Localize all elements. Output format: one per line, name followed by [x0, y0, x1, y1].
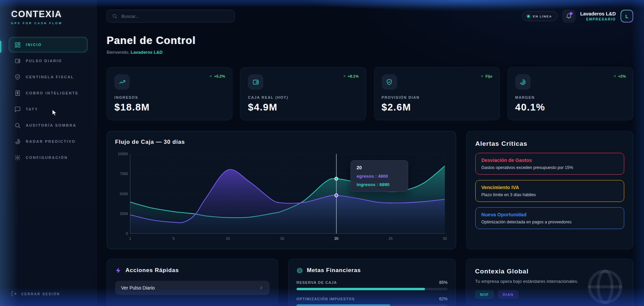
online-dot	[527, 15, 530, 17]
goals-title: Metas Financieras	[307, 267, 361, 274]
chart-tooltip: 20 egresos : 4800 ingresos : 6890	[351, 160, 408, 192]
stat-label: CAJA REAL (HOY)	[248, 95, 358, 99]
goal-label: OPTIMIZACIÓN IMPUESTOS	[297, 297, 355, 301]
arrow-up-right-icon	[480, 75, 484, 78]
user-meta: Lavaderos L&D EMPRESARIO	[580, 11, 616, 21]
sidebar-item-label: TATY	[26, 107, 38, 111]
svg-text:5: 5	[172, 236, 174, 241]
goal-progress-fill	[297, 288, 425, 290]
sidebar-item-radar-predictivo[interactable]: RADAR PREDICTIVO	[9, 134, 88, 149]
sidebar-item-label: PULSO DIARIO	[26, 59, 62, 63]
tooltip-ingresos: ingresos : 6890	[357, 182, 402, 187]
sidebar-item-taty[interactable]: TATY	[9, 101, 88, 117]
active-nav-indicator	[0, 41, 1, 53]
online-label: EN LÍNEA	[533, 14, 552, 18]
sidebar-item-configuracion[interactable]: CONFIGURACIÓN	[9, 150, 88, 165]
stat-label: PROVISIÓN DIAN	[382, 95, 492, 99]
badge-niif: NIIF	[475, 290, 494, 299]
alert-desc: Optimización detectada en pagos a provee…	[481, 220, 618, 224]
stat-badge: +8.1%	[342, 74, 359, 78]
svg-text:30: 30	[443, 236, 447, 241]
goal-reserva-de-caja: RESERVA DE CAJA 85%	[297, 280, 448, 290]
sidebar-nav: INICIO PULSO DIARIO CENTINELA FISCAL COB…	[0, 37, 96, 165]
gear-icon	[14, 155, 21, 161]
receipt-icon	[14, 90, 21, 96]
alert-desc: Plazo límite en 3 días hábiles	[481, 192, 618, 197]
action-ver-pulso-diario[interactable]: Ver Pulso Diario	[115, 281, 270, 295]
notifications-button[interactable]	[562, 9, 576, 23]
avatar[interactable]: L	[621, 10, 633, 23]
sidebar-item-label: AUDITORÍA SOMBRA	[26, 123, 76, 127]
alert-nueva-oportunidad[interactable]: Nueva Oportunidad Optimización detectada…	[475, 207, 624, 229]
quick-actions-title: Acciones Rápidas	[125, 267, 179, 274]
tooltip-x-value: 20	[357, 165, 402, 170]
wallet-icon	[248, 74, 263, 90]
stat-card-ingresos[interactable]: +5.2% INGRESOS $18.8M	[107, 67, 232, 120]
trending-up-icon	[114, 74, 130, 90]
alert-desviacion-gastos[interactable]: Desviación de Gastos Gastos operativos e…	[475, 153, 624, 175]
action-label: Ver Pulso Diario	[121, 285, 155, 291]
svg-text:10000: 10000	[118, 152, 128, 156]
stat-card-margen[interactable]: +2% MARGEN 40.1%	[507, 67, 633, 120]
sidebar-item-cobro-inteligente[interactable]: COBRO INTELIGENTE	[9, 85, 88, 101]
alert-title: Nueva Oportunidad	[481, 212, 618, 217]
stat-label: INGRESOS	[114, 95, 225, 99]
tooltip-egresos: egresos : 4800	[357, 174, 402, 179]
sidebar-item-auditoria-sombra[interactable]: AUDITORÍA SOMBRA	[9, 118, 88, 133]
topbar-right: EN LÍNEA Lavaderos L&D EMPRESARIO L	[522, 9, 633, 23]
search-box[interactable]	[107, 10, 235, 23]
arrow-up-right-icon	[342, 75, 346, 78]
sidebar-item-pulso-diario[interactable]: PULSO DIARIO	[9, 53, 88, 69]
alert-desc: Gastos operativos exceden presupuesto po…	[481, 165, 618, 170]
global-desc: Tu empresa opera bajo estándares interna…	[475, 279, 586, 284]
stat-value: 40.1%	[515, 102, 626, 113]
svg-text:20: 20	[334, 236, 338, 241]
critical-alerts-card: Alertas Críticas Desviación de Gastos Ga…	[466, 131, 633, 249]
shield-check-icon	[382, 74, 397, 90]
sidebar-item-inicio[interactable]: INICIO	[9, 37, 88, 52]
alerts-title: Alertas Críticas	[475, 140, 624, 147]
message-square-icon	[14, 106, 21, 113]
sidebar-item-label: COBRO INTELIGENTE	[26, 91, 79, 95]
sidebar-item-centinela-fiscal[interactable]: CENTINELA FISCAL	[9, 69, 88, 85]
svg-text:2500: 2500	[120, 212, 128, 216]
stat-label: MARGEN	[515, 95, 626, 99]
stat-card-caja-real[interactable]: +8.1% CAJA REAL (HOY) $4.9M	[240, 67, 366, 120]
user-role: EMPRESARIO	[580, 17, 616, 21]
radar-icon	[515, 74, 531, 90]
search-input[interactable]	[121, 14, 229, 19]
logo: CONTEXIA GPS FOR CASH FLOW	[0, 0, 96, 25]
avatar-initial: L	[625, 13, 628, 19]
topbar: EN LÍNEA Lavaderos L&D EMPRESARIO L	[97, 0, 644, 26]
logout-icon	[11, 291, 17, 297]
cashflow-chart-card: Flujo de Caja — 30 días 0250050007500100…	[107, 131, 456, 249]
logout-label: CERRAR SESIÓN	[21, 292, 60, 296]
welcome-name: Lavaderos L&D	[131, 50, 163, 55]
stat-value: $18.8M	[114, 102, 225, 113]
globe-icon	[585, 267, 625, 306]
sidebar-item-label: RADAR PREDICTIVO	[26, 139, 75, 143]
logout-button[interactable]: CERRAR SESIÓN	[11, 291, 60, 297]
svg-text:0: 0	[126, 231, 128, 235]
main-area: EN LÍNEA Lavaderos L&D EMPRESARIO L Pane…	[97, 0, 644, 306]
stat-badge: Fijo	[480, 74, 492, 78]
goal-progressbar	[297, 304, 448, 306]
stat-badge: +2%	[613, 74, 626, 78]
user-name: Lavaderos L&D	[580, 11, 616, 17]
stat-card-provision-dian[interactable]: Fijo PROVISIÓN DIAN $2.6M	[374, 67, 500, 120]
quick-actions-head: Acciones Rápidas	[115, 267, 270, 274]
mid-row: Flujo de Caja — 30 días 0250050007500100…	[107, 131, 633, 249]
svg-text:10: 10	[226, 236, 230, 241]
welcome-prefix: Bienvenido,	[107, 50, 131, 55]
alert-vencimiento-iva[interactable]: Vencimiento IVA Plazo límite en 3 días h…	[475, 180, 624, 202]
app-tagline: GPS FOR CASH FLOW	[11, 21, 96, 25]
goal-percent: 85%	[439, 280, 447, 285]
app-name: CONTEXIA	[11, 9, 96, 19]
zap-icon	[115, 267, 121, 274]
radar-icon	[14, 138, 21, 145]
svg-text:25: 25	[388, 236, 392, 241]
badge-dian: DIAN	[498, 290, 519, 299]
financial-goals-card: Metas Financieras RESERVA DE CAJA 85% OP…	[288, 259, 456, 306]
goal-progress-fill	[297, 304, 390, 306]
contexia-global-card: Contexia Global Tu empresa opera bajo es…	[466, 259, 633, 306]
